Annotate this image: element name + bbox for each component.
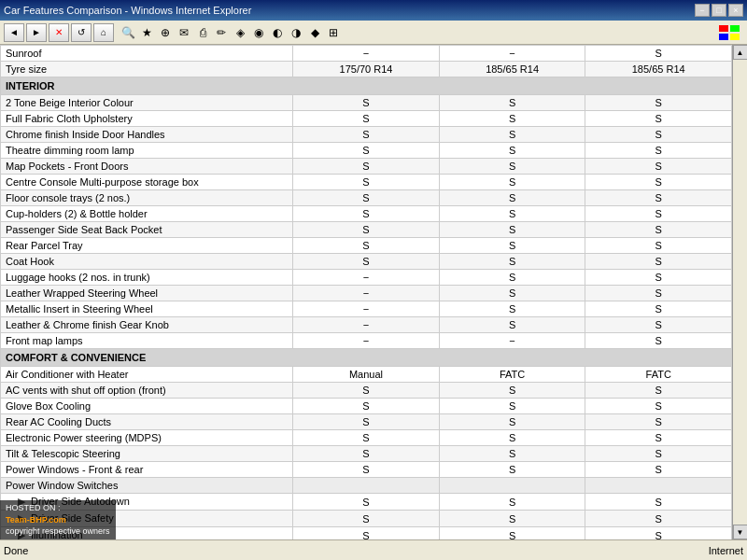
table-row: AC vents with shut off option (front)SSS: [1, 383, 732, 399]
table-row: Power Window Switches: [1, 478, 732, 494]
variant2-cell: S: [439, 527, 585, 540]
variant3-cell: S: [585, 446, 732, 462]
variant1-cell: S: [293, 159, 440, 175]
variant3-cell: 185/65 R14: [585, 62, 732, 77]
tool1-icon[interactable]: ◐: [269, 24, 286, 41]
variant3-cell: S: [585, 143, 732, 159]
svg-rect-0: [719, 25, 728, 32]
watermark-line1: HOSTED ON :: [6, 502, 110, 514]
variant1-cell: 175/70 R14: [293, 62, 440, 77]
variant3-cell: [585, 478, 732, 494]
variant2-cell: S: [439, 190, 585, 206]
variant3-cell: S: [585, 430, 732, 446]
edit-icon[interactable]: ✏: [213, 24, 230, 41]
variant2-cell: S: [439, 254, 585, 270]
stop-button[interactable]: ✕: [49, 23, 69, 42]
variant2-cell: S: [439, 399, 585, 414]
variant2-cell: [439, 478, 585, 494]
feature-cell: Leather & Chrome finish Gear Knob: [1, 317, 293, 333]
scrollbar[interactable]: ▲ ▼: [732, 45, 747, 539]
section-header-cell: COMFORT & CONVENIENCE: [1, 349, 732, 367]
feature-cell: Passenger Side Seat Back Pocket: [1, 222, 293, 238]
tool2-icon[interactable]: ◑: [288, 24, 304, 41]
table-row: Chrome finish Inside Door HandlesSSS: [1, 127, 732, 143]
table-row: Passenger Side Seat Back PocketSSS: [1, 222, 732, 238]
variant2-cell: S: [439, 430, 585, 446]
watermark: HOSTED ON : Team-BHP.com copyright respe…: [0, 500, 116, 539]
variant2-cell: 185/65 R14: [439, 62, 585, 77]
variant1-cell: S: [293, 254, 440, 270]
mail-icon[interactable]: ✉: [176, 24, 192, 41]
feature-cell: Theatre dimming room lamp: [1, 143, 293, 159]
forward-button[interactable]: ►: [26, 23, 47, 42]
feature-cell: Cup-holders (2) & Bottle holder: [1, 206, 293, 222]
variant1-cell: S: [293, 446, 440, 462]
features-table: Sunroof−−STyre size175/70 R14185/65 R141…: [0, 45, 732, 539]
scroll-up-button[interactable]: ▲: [733, 45, 748, 60]
history-icon[interactable]: ⊕: [157, 24, 174, 41]
variant3-cell: S: [585, 527, 732, 540]
variant1-cell: S: [293, 527, 440, 540]
svg-rect-1: [730, 25, 740, 32]
table-row: Air Conditioner with HeaterManualFATCFAT…: [1, 367, 732, 383]
tool4-icon[interactable]: ⊞: [325, 24, 342, 41]
feature-cell: Full Fabric Cloth Upholstery: [1, 111, 293, 127]
variant1-cell: −: [293, 333, 440, 349]
table-row: Leather Wrapped Steering Wheel−SS: [1, 286, 732, 301]
main-content[interactable]: Sunroof−−STyre size175/70 R14185/65 R141…: [0, 45, 732, 539]
variant1-cell: S: [293, 206, 440, 222]
refresh-button[interactable]: ↺: [71, 23, 92, 42]
feature-cell: Power Window Switches: [1, 478, 293, 494]
maximize-button[interactable]: □: [712, 4, 726, 17]
zone-indicator: Internet: [709, 545, 743, 556]
close-button[interactable]: ×: [728, 4, 743, 17]
variant3-cell: S: [585, 254, 732, 270]
table-row: Tyre size175/70 R14185/65 R14185/65 R14: [1, 62, 732, 77]
variant2-cell: S: [439, 511, 585, 527]
feature-cell: Centre Console Multi-purpose storage box: [1, 175, 293, 190]
variant3-cell: S: [585, 383, 732, 399]
feature-cell: Sunroof: [1, 46, 293, 62]
variant3-cell: S: [585, 175, 732, 190]
scroll-down-button[interactable]: ▼: [733, 525, 748, 539]
feature-cell: Tyre size: [1, 62, 293, 77]
feature-cell: Leather Wrapped Steering Wheel: [1, 286, 293, 301]
variant2-cell: S: [439, 111, 585, 127]
titlebar: Car Features Comparison - Windows Intern…: [0, 0, 747, 21]
table-row: Sunroof−−S: [1, 46, 732, 62]
variant3-cell: S: [585, 206, 732, 222]
feature-cell: 2 Tone Beige Interior Colour: [1, 95, 293, 111]
toolbar: ◄ ► ✕ ↺ ⌂ 🔍 ★ ⊕ ✉ ⎙ ✏ ◈ ◉ ◐ ◑ ◆ ⊞: [0, 21, 747, 45]
variant3-cell: S: [585, 111, 732, 127]
variant2-cell: S: [439, 317, 585, 333]
variant3-cell: S: [585, 46, 732, 62]
home-button[interactable]: ⌂: [93, 23, 114, 42]
variant1-cell: −: [293, 286, 440, 301]
variant2-cell: S: [439, 206, 585, 222]
variant1-cell: S: [293, 175, 440, 190]
table-row: Full Fabric Cloth UpholsterySSS: [1, 111, 732, 127]
discuss-icon[interactable]: ◈: [232, 24, 248, 41]
back-button[interactable]: ◄: [4, 23, 24, 42]
variant3-cell: S: [585, 159, 732, 175]
table-row: Rear AC Cooling DuctsSSS: [1, 414, 732, 430]
variant3-cell: S: [585, 95, 732, 111]
windows-icon: [717, 23, 743, 42]
feature-cell: Chrome finish Inside Door Handles: [1, 127, 293, 143]
table-row: Glove Box CoolingSSS: [1, 399, 732, 414]
print-icon[interactable]: ⎙: [194, 24, 211, 41]
variant1-cell: S: [293, 399, 440, 414]
variant2-cell: S: [439, 383, 585, 399]
titlebar-buttons: − □ ×: [695, 4, 743, 17]
tool3-icon[interactable]: ◆: [306, 24, 323, 41]
minimize-button[interactable]: −: [695, 4, 710, 17]
svg-rect-3: [730, 34, 740, 40]
variant3-cell: S: [585, 286, 732, 301]
table-row: 2 Tone Beige Interior ColourSSS: [1, 95, 732, 111]
favorites-icon[interactable]: ★: [138, 24, 155, 41]
messenger-icon[interactable]: ◉: [250, 24, 267, 41]
search-icon[interactable]: 🔍: [120, 24, 136, 41]
variant2-cell: S: [439, 159, 585, 175]
variant2-cell: S: [439, 462, 585, 478]
scroll-track[interactable]: [733, 60, 747, 525]
